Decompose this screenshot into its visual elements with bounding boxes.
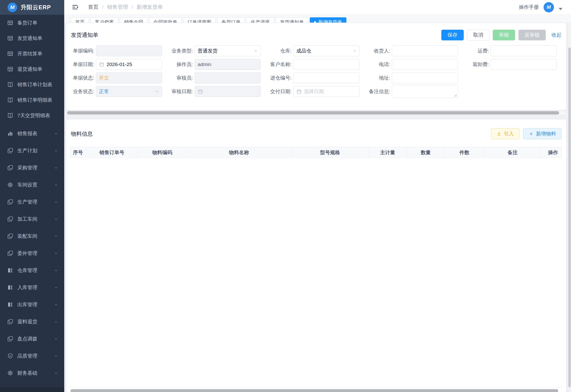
documents-icon <box>7 148 13 154</box>
page-vertical-scrollbar-thumb[interactable] <box>568 47 571 387</box>
chevron-down-icon <box>155 89 159 94</box>
breadcrumb-item[interactable]: 销售管理 <box>107 4 128 11</box>
sidebar-item-label: 仓库管理 <box>17 267 54 274</box>
doc-status-value: 开立 <box>99 75 109 81</box>
warehouse-value: 成品仓 <box>297 47 311 54</box>
field-audit-date: 审核日期: <box>169 84 267 98</box>
documents-icon <box>7 319 13 325</box>
collapse-link[interactable]: 收起 <box>552 32 561 38</box>
user-menu-caret-icon[interactable] <box>559 8 562 10</box>
handling-fee-input[interactable] <box>491 59 557 70</box>
unaudit-button[interactable]: 反审核 <box>518 30 546 40</box>
biz-type-select[interactable]: 普通发货 <box>195 45 261 56</box>
documents-icon <box>7 199 13 205</box>
sidebar-item-sales-order-plan[interactable]: 销售订单计划表 <box>0 77 64 92</box>
warehouse-entry-no-input[interactable] <box>293 72 360 84</box>
form-horizontal-scrollbar-thumb[interactable] <box>67 111 559 114</box>
doc-code-label: 单据编码: <box>70 47 94 54</box>
doc-date-value: 2026-01-25 <box>106 62 132 67</box>
sidebar-item-label: 委外管理 <box>17 250 54 257</box>
sidebar-item-sales-order-detail[interactable]: 销售订单明细表 <box>0 92 64 108</box>
phone-input[interactable] <box>392 59 458 70</box>
biz-status-value: 正常 <box>99 88 109 95</box>
sidebar: M 升阳云ERP 备货订单发货通知单开票结算单退货通知单销售订单计划表销售订单明… <box>0 0 64 392</box>
warehouse-select[interactable]: 成品仓 <box>293 45 360 56</box>
sidebar-item-quality-management[interactable]: 品质管理 <box>0 347 64 364</box>
sidebar-item-inbound-management[interactable]: 入库管理 <box>0 279 64 296</box>
field-warehouse-entry-no: 进仓编号: <box>267 71 366 84</box>
column-header: 物料编码 <box>138 147 187 158</box>
open-book-icon <box>7 82 13 88</box>
biz-status-select: 正常 <box>96 86 162 97</box>
sidebar-item-invoice-settlement[interactable]: 开票结算单 <box>0 46 64 61</box>
ledger-icon <box>7 267 13 273</box>
breadcrumb: 首页/销售管理/新增发货单 <box>88 4 163 11</box>
breadcrumb-item[interactable]: 新增发货单 <box>136 4 163 11</box>
materials-panel-header: 物料信息 引入 <box>66 120 566 140</box>
handling-fee-label: 装卸费: <box>465 61 489 68</box>
sidebar-item-sales-report[interactable]: 销售报表 <box>0 125 64 142</box>
add-material-button[interactable]: 新增物料 <box>523 128 561 139</box>
receiver-input[interactable] <box>392 45 458 56</box>
table-horizontal-scrollbar-thumb[interactable] <box>70 389 558 392</box>
address-input[interactable] <box>392 72 458 84</box>
field-delivery-date: 交付日期:选择日期 <box>267 84 366 98</box>
phone-label: 电话: <box>366 61 390 68</box>
field-remark: 备注信息: <box>366 84 465 98</box>
column-header: 数量 <box>407 147 445 158</box>
sidebar-item-material-return[interactable]: 退料退货 <box>0 313 64 330</box>
page-vertical-scrollbar[interactable] <box>568 23 571 392</box>
cancel-button[interactable]: 取消 <box>467 30 489 40</box>
sidebar-item-stocktake-transfer[interactable]: 盘点调拨 <box>0 330 64 347</box>
sidebar-item-label: 退料退货 <box>17 318 54 325</box>
sidebar-item-label: 备货订单 <box>17 19 58 26</box>
calendar-icon <box>297 89 302 94</box>
save-button[interactable]: 保存 <box>441 30 464 40</box>
customer-name-input[interactable] <box>293 59 360 70</box>
sidebar-item-finance-basics[interactable]: 财务基础 <box>0 364 64 381</box>
freight-input[interactable] <box>491 45 557 56</box>
field-customer-name: 客户名称: <box>267 57 366 71</box>
field-auditor: 审核员: <box>169 71 267 84</box>
remark-textarea[interactable] <box>392 85 458 98</box>
sidebar-item-outsourcing-management[interactable]: 委外管理 <box>0 245 64 262</box>
sidebar-item-stock-order[interactable]: 备货订单 <box>0 15 64 30</box>
app-title: 升阳云ERP <box>21 4 51 11</box>
chevron-down-icon <box>54 268 58 272</box>
sidebar-item-outbound-management[interactable]: 出库管理 <box>0 296 64 313</box>
sidebar-item-label: 发货通知单 <box>17 35 58 42</box>
bar-chart-icon <box>7 130 13 137</box>
sidebar-item-purchase-management[interactable]: 采购管理 <box>0 159 64 176</box>
field-handling-fee: 装卸费: <box>465 57 563 71</box>
sidebar-item-seven-day-delivery[interactable]: 7天交货明细表 <box>0 108 64 123</box>
sidebar-item-return-notice[interactable]: 退货通知单 <box>0 61 64 77</box>
sidebar-item-assembly-workshop[interactable]: 装配车间 <box>0 228 64 245</box>
sidebar-item-production-management[interactable]: 生产管理 <box>0 193 64 210</box>
doc-code-input <box>96 45 162 56</box>
materials-table-empty-body <box>70 158 562 388</box>
chevron-down-icon <box>54 371 58 375</box>
field-doc-status: 单据状态:开立 <box>70 71 169 84</box>
menu-fold-icon[interactable] <box>71 4 78 11</box>
import-button[interactable]: 引入 <box>491 128 519 139</box>
sidebar-item-production-plan[interactable]: 生产计划 <box>0 142 64 159</box>
documents-icon <box>7 165 13 171</box>
warehouse-entry-no-label: 进仓编号: <box>267 75 292 81</box>
audit-button[interactable]: 审核 <box>493 30 515 40</box>
delivery-date-input[interactable]: 选择日期 <box>293 86 360 97</box>
field-receiver: 收货人: <box>366 44 465 57</box>
sidebar-item-processing-workshop[interactable]: 加工车间 <box>0 210 64 228</box>
field-address: 地址: <box>366 71 465 84</box>
manual-link[interactable]: 操作手册 <box>519 4 539 11</box>
sidebar-item-warehouse-management[interactable]: 仓库管理 <box>0 262 64 279</box>
table-horizontal-scrollbar[interactable] <box>70 389 562 392</box>
form-horizontal-scrollbar[interactable] <box>67 111 566 115</box>
chevron-down-icon <box>54 183 58 187</box>
column-header: 备注 <box>484 147 541 158</box>
doc-date-input[interactable]: 2026-01-25 <box>96 59 162 70</box>
user-avatar[interactable]: M <box>544 2 554 12</box>
sidebar-item-delivery-notice[interactable]: 发货通知单 <box>0 30 64 46</box>
sidebar-item-workshop-settings[interactable]: 车间设置 <box>0 176 64 193</box>
breadcrumb-separator: / <box>132 4 133 10</box>
breadcrumb-item[interactable]: 首页 <box>88 4 99 11</box>
